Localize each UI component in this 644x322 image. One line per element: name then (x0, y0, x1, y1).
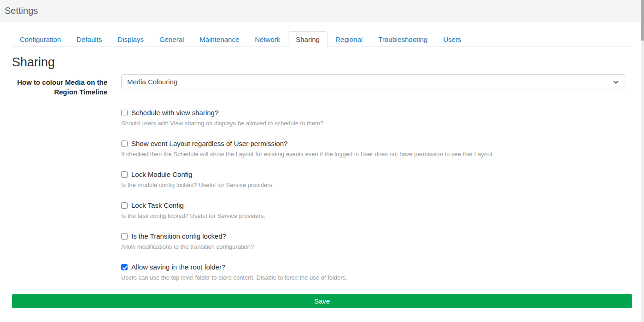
media-colouring-control: Media Colouring (121, 74, 632, 97)
checkbox-row[interactable]: Schedule with view sharing? (121, 109, 632, 117)
tab-regional[interactable]: Regional (328, 31, 370, 47)
checkbox[interactable] (121, 233, 128, 240)
checkbox-label: Is the Transition config locked? (131, 232, 226, 240)
checkbox-label: Schedule with view sharing? (131, 109, 218, 117)
tab-sharing[interactable]: Sharing (288, 31, 328, 47)
media-colouring-row: How to colour Media on the Region Timeli… (12, 74, 632, 97)
help-text: Is the module config locked? Useful for … (121, 181, 632, 188)
tab-users[interactable]: Users (435, 31, 469, 47)
checkbox-row[interactable]: Show event Layout regardless of User per… (121, 140, 632, 147)
scrollbar-track[interactable] (641, 0, 644, 322)
checkbox[interactable] (121, 141, 128, 147)
settings-checkbox-list: Schedule with view sharing? Should users… (121, 109, 632, 281)
setting-group: Is the Transition config locked? Allow m… (121, 232, 632, 250)
setting-group: Schedule with view sharing? Should users… (121, 109, 632, 127)
checkbox-row[interactable]: Lock Module Config (121, 170, 632, 178)
section-heading: Sharing (12, 55, 632, 70)
setting-group: Lock Module Config Is the module config … (121, 170, 632, 188)
help-text: Allow modifications to the transition co… (121, 243, 632, 250)
media-colouring-selected-value: Media Colouring (127, 78, 177, 86)
settings-tabs: Configuration Defaults Displays General … (12, 31, 632, 47)
checkbox[interactable] (121, 202, 128, 209)
help-text: Users can use the top level folder to st… (121, 274, 632, 281)
tab-troubleshooting[interactable]: Troubleshooting (370, 31, 435, 47)
checkbox-row[interactable]: Allow saving in the root folder? (121, 263, 632, 271)
main-content: Configuration Defaults Displays General … (0, 31, 644, 308)
tab-displays[interactable]: Displays (110, 31, 152, 47)
media-colouring-select[interactable]: Media Colouring (121, 74, 625, 89)
help-text: Is the task config locked? Useful for Se… (121, 212, 632, 219)
checkbox[interactable] (121, 264, 128, 270)
media-colouring-label: How to colour Media on the Region Timeli… (12, 74, 107, 97)
app-header: Settings (0, 0, 644, 22)
save-button[interactable]: Save (12, 294, 632, 308)
setting-group: Lock Task Config Is the task config lock… (121, 201, 632, 219)
setting-group: Allow saving in the root folder? Users c… (121, 263, 632, 281)
checkbox-label: Lock Module Config (131, 170, 193, 178)
checkbox-label: Allow saving in the root folder? (131, 263, 225, 271)
page-title: Settings (5, 6, 38, 16)
tab-defaults[interactable]: Defaults (69, 31, 110, 47)
tab-network[interactable]: Network (247, 31, 288, 47)
tab-configuration[interactable]: Configuration (12, 31, 69, 47)
checkbox[interactable] (121, 110, 128, 116)
checkbox-row[interactable]: Lock Task Config (121, 201, 632, 209)
help-text: Should users with View sharing on displa… (121, 120, 632, 127)
chevron-down-icon (613, 79, 619, 85)
setting-group: Show event Layout regardless of User per… (121, 140, 632, 158)
tab-maintenance[interactable]: Maintenance (192, 31, 247, 47)
settings-page: Settings Configuration Defaults Displays… (0, 0, 644, 322)
checkbox[interactable] (121, 171, 128, 178)
checkbox-label: Show event Layout regardless of User per… (131, 140, 287, 147)
tab-general[interactable]: General (152, 31, 192, 47)
help-text: If checked then the Schedule will show t… (121, 151, 632, 158)
scrollbar-thumb[interactable] (641, 0, 644, 41)
checkbox-row[interactable]: Is the Transition config locked? (121, 232, 632, 240)
checkbox-label: Lock Task Config (131, 201, 184, 209)
